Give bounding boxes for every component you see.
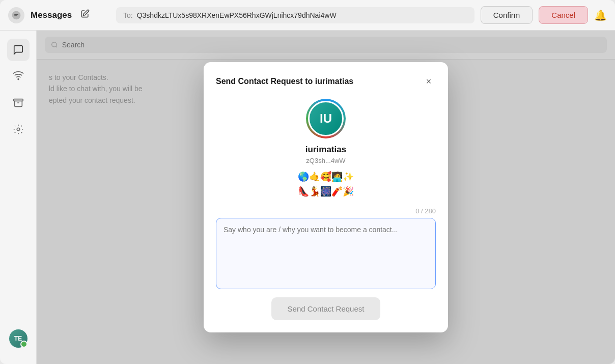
to-label: To: <box>123 11 133 19</box>
svg-point-1 <box>18 79 19 80</box>
sidebar-item-settings[interactable] <box>7 118 30 141</box>
svg-rect-2 <box>13 99 22 101</box>
sidebar-item-messages[interactable] <box>7 39 30 61</box>
confirm-button[interactable]: Confirm <box>481 6 533 24</box>
contact-avatar: IU <box>308 101 344 136</box>
contact-initials: IU <box>320 111 332 126</box>
top-bar-left: Messages <box>8 7 110 23</box>
contact-name: iurimatias <box>305 145 346 155</box>
message-textarea[interactable] <box>216 218 436 289</box>
svg-point-0 <box>12 11 21 19</box>
app-title: Messages <box>31 10 72 20</box>
notification-bell-button[interactable]: 🔔 <box>594 9 607 21</box>
emojis-line2: 👠💃🎆🧨🎉 <box>298 184 354 199</box>
contact-avatar-ring: IU <box>306 99 346 138</box>
content-area: s to your Contacts. ld like to chat with… <box>37 31 615 364</box>
svg-point-3 <box>17 128 20 131</box>
modal-close-button[interactable]: × <box>422 74 436 89</box>
to-bar: To: Q3shdkzLTUx5s98XRXenEwPX56RhxGWjLnih… <box>116 7 474 23</box>
app-icon <box>8 7 24 23</box>
compose-button[interactable] <box>78 7 92 23</box>
send-contact-request-button[interactable]: Send Contact Request <box>271 297 381 320</box>
modal-body: IU iurimatias zQ3sh...4wW 🌎🤙🥰🧑‍💻✨ 👠💃🎆🧨🎉 … <box>216 99 436 320</box>
sidebar-item-signal[interactable] <box>7 65 30 88</box>
modal-title: Send Contact Request to iurimatias <box>216 77 353 86</box>
emojis-line1: 🌎🤙🥰🧑‍💻✨ <box>298 170 354 184</box>
modal-header: Send Contact Request to iurimatias × <box>216 74 436 89</box>
sidebar-item-archive[interactable] <box>7 92 30 114</box>
contact-request-modal: Send Contact Request to iurimatias × IU … <box>204 62 448 332</box>
cancel-button[interactable]: Cancel <box>539 6 588 24</box>
char-count: 0 / 280 <box>216 207 436 215</box>
to-address: Q3shdkzLTUx5s98XRXenEwPX56RhxGWjLnihcx79… <box>137 11 337 19</box>
user-avatar[interactable]: TE <box>9 329 27 348</box>
top-bar: Messages To: Q3shdkzLTUx5s98XRXenEwPX56R… <box>0 0 615 31</box>
contact-address: zQ3sh...4wW <box>306 157 345 164</box>
main-area: TE s to your Contacts. ld like to chat w… <box>0 31 615 364</box>
contact-emojis: 🌎🤙🥰🧑‍💻✨ 👠💃🎆🧨🎉 <box>298 170 354 199</box>
sidebar-bottom: TE <box>9 329 27 356</box>
sidebar: TE <box>0 31 37 364</box>
modal-overlay: Send Contact Request to iurimatias × IU … <box>37 31 615 364</box>
app-container: Messages To: Q3shdkzLTUx5s98XRXenEwPX56R… <box>0 0 615 364</box>
